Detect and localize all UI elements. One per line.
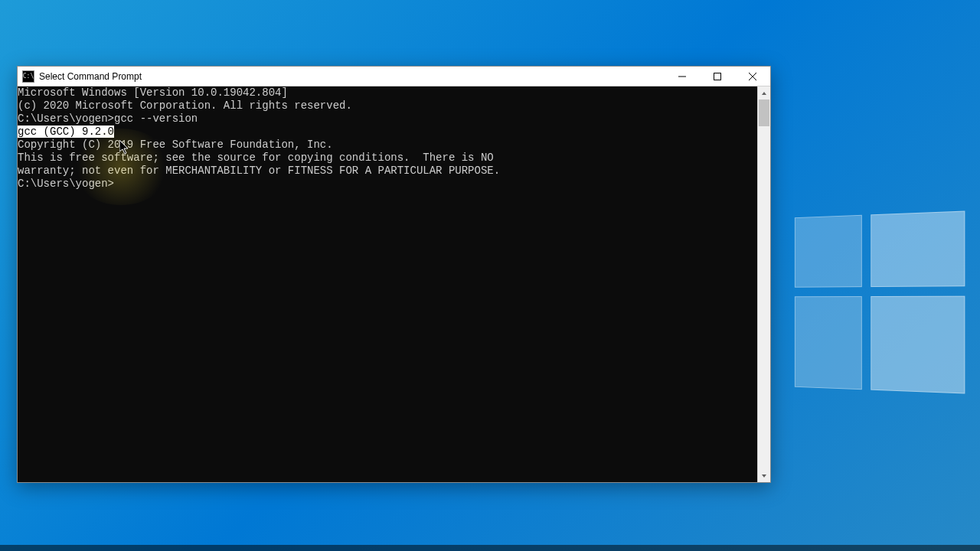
scroll-track[interactable] [758,99,770,469]
svg-rect-1 [714,73,721,80]
window-title: Select Command Prompt [39,71,665,82]
terminal-line: This is free software; see the source fo… [18,152,757,165]
chevron-down-icon [761,473,767,479]
command: gcc --version [114,112,198,125]
logo-pane [871,295,965,393]
command-prompt-window: C:\ Select Command Prompt Microsoft Wind… [17,66,771,483]
chevron-up-icon [761,90,767,96]
scrollbar[interactable] [757,86,770,482]
terminal-line: C:\Users\yogen> [18,178,757,191]
titlebar[interactable]: C:\ Select Command Prompt [18,67,770,86]
terminal-area: Microsoft Windows [Version 10.0.19042.80… [18,86,770,482]
close-icon [749,73,756,80]
minimize-icon [678,73,686,80]
logo-pane [871,211,965,287]
taskbar[interactable] [0,545,980,551]
prompt: C:\Users\yogen> [18,112,114,125]
scroll-up-button[interactable] [758,86,770,99]
terminal-line: (c) 2020 Microsoft Corporation. All righ… [18,99,757,112]
maximize-button[interactable] [700,67,735,86]
window-controls [665,67,770,86]
terminal-line: Copyright (C) 2019 Free Software Foundat… [18,139,757,152]
logo-pane [795,215,862,288]
terminal-line: warranty; not even for MERCHANTABILITY o… [18,165,757,178]
prompt: C:\Users\yogen> [18,178,114,190]
windows-logo [795,211,965,394]
terminal-line: C:\Users\yogen>gcc --version [18,112,757,126]
terminal-line: gcc (GCC) 9.2.0 [18,126,757,139]
selected-text: gcc (GCC) 9.2.0 [18,126,114,138]
maximize-icon [714,73,721,80]
scroll-down-button[interactable] [758,469,770,482]
cmd-icon: C:\ [22,70,34,83]
terminal-content[interactable]: Microsoft Windows [Version 10.0.19042.80… [18,86,757,482]
logo-pane [795,296,862,390]
close-button[interactable] [735,67,770,86]
minimize-button[interactable] [665,67,700,86]
scroll-thumb[interactable] [759,99,769,126]
terminal-line: Microsoft Windows [Version 10.0.19042.80… [18,86,757,99]
